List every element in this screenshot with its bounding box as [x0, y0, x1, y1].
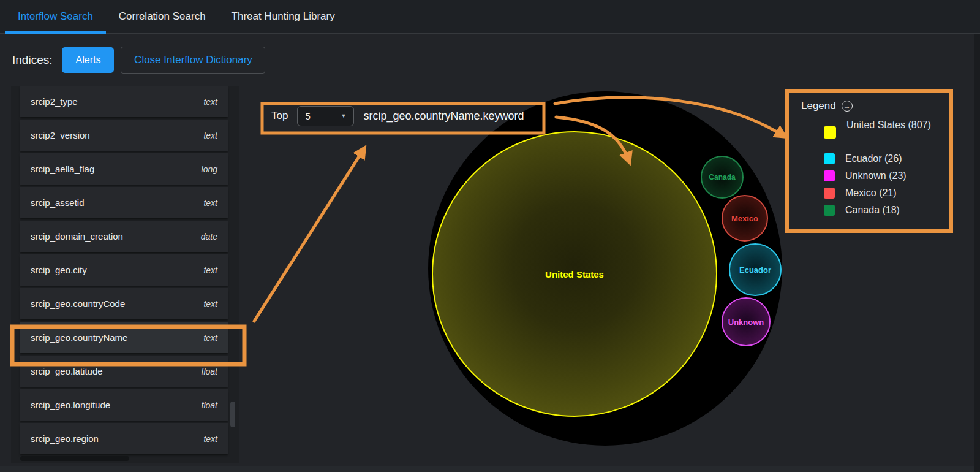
bubble-label: Mexico [731, 214, 758, 223]
legend-label: Ecuador (26) [845, 153, 902, 164]
bubble-chart: United States Canada Mexico Ecuador Unkn… [0, 0, 980, 472]
bubble-united-states[interactable]: United States [432, 131, 717, 417]
legend-title-label: Legend [801, 100, 836, 112]
legend-row: Mexico (21) [824, 185, 951, 202]
bottom-bar [0, 466, 980, 472]
bubble-canada[interactable]: Canada [701, 156, 744, 199]
legend-swatch-canada [824, 205, 835, 216]
page-scrollbar-track[interactable] [974, 34, 980, 472]
legend-swatch-united-states [824, 126, 836, 139]
top-count-dropdown[interactable]: 5 ▼ [297, 106, 354, 126]
bubble-label: Unknown [728, 318, 764, 327]
legend-row: Ecuador (26) [824, 150, 951, 167]
legend-label: Canada (18) [845, 205, 900, 216]
legend-row: Unknown (23) [824, 167, 951, 185]
legend-panel: Legend → United States (807) Ecuador (26… [787, 91, 951, 231]
top-n-control: Top 5 ▼ srcip_geo.countryName.keyword [271, 105, 524, 126]
legend-swatch-ecuador [824, 153, 835, 164]
legend-title: Legend → [801, 100, 951, 112]
legend-row: United States (807) [824, 120, 951, 150]
top-label: Top [271, 110, 288, 122]
legend-label: Unknown (23) [845, 170, 907, 181]
arrow-circle-right-icon[interactable]: → [842, 101, 853, 112]
legend-row: Canada (18) [824, 202, 951, 219]
legend-swatch-mexico [824, 188, 835, 199]
bubble-label: Canada [709, 173, 735, 181]
legend-swatch-unknown [824, 170, 835, 181]
legend-label: United States (807) [846, 120, 931, 131]
bubble-mexico[interactable]: Mexico [722, 195, 768, 242]
bubble-label: Ecuador [739, 265, 771, 275]
bubble-unknown[interactable]: Unknown [722, 297, 771, 346]
bubble-label: United States [545, 269, 604, 280]
chevron-down-icon: ▼ [341, 113, 347, 119]
top-count-value: 5 [305, 111, 310, 121]
legend-items: United States (807) Ecuador (26) Unknown… [801, 120, 951, 219]
bubble-ecuador[interactable]: Ecuador [729, 243, 782, 296]
top-field-label: srcip_geo.countryName.keyword [363, 110, 524, 123]
legend-label: Mexico (21) [845, 188, 897, 199]
